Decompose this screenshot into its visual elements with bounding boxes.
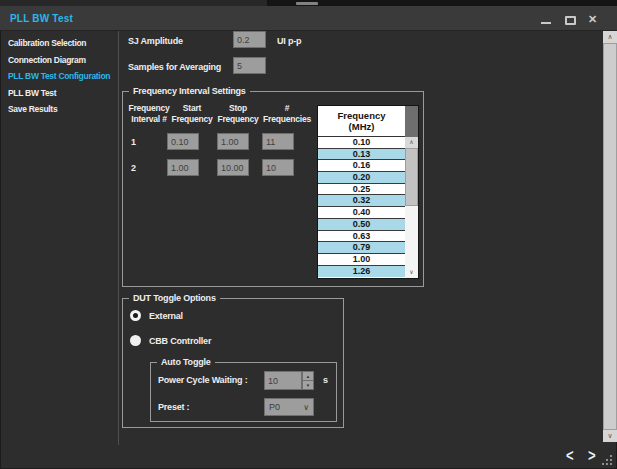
power-cycle-waiting-input[interactable]: 10 xyxy=(264,371,302,390)
samples-for-averaging-label: Samples for Averaging xyxy=(128,62,221,72)
interval-2-index: 2 xyxy=(131,163,136,173)
table-row[interactable]: 0.63 xyxy=(318,231,405,243)
scrollbar-track[interactable] xyxy=(405,206,418,267)
frequency-interval-settings-title: Frequency Interval Settings xyxy=(129,86,250,96)
preset-dropdown[interactable]: P0 ∨ xyxy=(264,398,314,416)
table-row[interactable]: 0.79 xyxy=(318,242,405,254)
sj-amplitude-input[interactable]: 0.2 xyxy=(233,31,266,48)
sidebar-item-connection-diagram[interactable]: Connection Diagram xyxy=(8,55,117,65)
close-button[interactable]: ✕ xyxy=(584,10,602,28)
scroll-down-icon[interactable]: ∨ xyxy=(405,267,418,278)
sidebar-item-pll-bw-test-configuration[interactable]: PLL BW Test Configuration xyxy=(8,71,117,81)
scroll-up-icon[interactable]: ∧ xyxy=(603,31,617,43)
resize-grip[interactable] xyxy=(601,454,614,467)
next-page-button[interactable]: > xyxy=(588,446,596,465)
scrollbar-thumb[interactable] xyxy=(603,43,617,430)
frequency-mhz-table[interactable]: Frequency (MHz) 0.10 0.13 0.16 0.20 0.25… xyxy=(317,105,419,279)
sj-amplitude-unit: UI p-p xyxy=(277,36,301,46)
previous-page-button[interactable]: < xyxy=(566,446,574,465)
power-cycle-waiting-label: Power Cycle Waiting : xyxy=(158,375,247,385)
column-header-start-frequency: Start Frequency xyxy=(167,103,217,125)
power-cycle-waiting-unit: s xyxy=(323,375,328,385)
power-cycle-waiting-stepper[interactable]: ▲ ▼ xyxy=(302,371,314,390)
scroll-down-icon[interactable]: ∨ xyxy=(603,430,617,442)
close-icon: ✕ xyxy=(588,13,597,26)
samples-for-averaging-input[interactable]: 5 xyxy=(233,57,266,74)
interval-1-start-input[interactable]: 0.10 xyxy=(167,133,199,150)
auto-toggle-title: Auto Toggle xyxy=(157,357,215,367)
maximize-button[interactable] xyxy=(561,10,579,28)
scrollbar-header-gap xyxy=(405,106,418,137)
interval-2-start-input[interactable]: 1.00 xyxy=(167,159,199,176)
maximize-icon xyxy=(565,16,576,25)
minimize-button[interactable] xyxy=(537,10,555,28)
sj-amplitude-label: SJ Amplitude xyxy=(128,36,183,46)
frequency-table-header: Frequency (MHz) xyxy=(318,106,405,137)
table-row[interactable]: 0.40 xyxy=(318,207,405,219)
sidebar-item-pll-bw-test[interactable]: PLL BW Test xyxy=(8,88,117,98)
table-row[interactable]: 0.32 xyxy=(318,195,405,207)
preset-dropdown-value: P0 xyxy=(269,402,280,412)
minimize-icon xyxy=(541,22,551,24)
table-row[interactable]: 1.26 xyxy=(318,266,405,278)
preset-label: Preset : xyxy=(158,402,189,412)
dut-toggle-options-title: DUT Toggle Options xyxy=(129,293,220,303)
cbb-controller-radio-label[interactable]: CBB Controller xyxy=(149,336,211,346)
interval-1-count-input[interactable]: 11 xyxy=(262,133,294,150)
main-vertical-scrollbar[interactable]: ∧ ∨ xyxy=(603,31,617,442)
external-radio[interactable] xyxy=(130,310,141,321)
column-header-num-frequencies: # Frequencies xyxy=(259,103,315,125)
frequency-table-cells: Frequency (MHz) 0.10 0.13 0.16 0.20 0.25… xyxy=(318,106,405,278)
spinner-down-icon[interactable]: ▼ xyxy=(302,380,314,390)
interval-2-stop-input[interactable]: 10.00 xyxy=(217,159,249,176)
chevron-down-icon: ∨ xyxy=(303,403,309,412)
sidebar-item-save-results[interactable]: Save Results xyxy=(8,104,117,114)
spinner-up-icon[interactable]: ▲ xyxy=(302,371,314,380)
table-row[interactable]: 1.00 xyxy=(318,254,405,266)
drag-handle-icon[interactable] xyxy=(296,2,318,5)
interval-2-count-input[interactable]: 10 xyxy=(262,159,294,176)
frequency-table-scrollbar[interactable]: ∧ ∨ xyxy=(405,106,418,278)
cbb-controller-radio[interactable] xyxy=(130,335,141,346)
table-row[interactable]: 0.16 xyxy=(318,160,405,172)
table-row[interactable]: 0.20 xyxy=(318,172,405,184)
titlebar[interactable]: PLL BW Test ✕ xyxy=(0,6,617,31)
column-header-stop-frequency: Stop Frequency xyxy=(213,103,263,125)
pll-bw-test-window: PLL BW Test ✕ Calibration Selection Conn… xyxy=(0,0,617,469)
table-row[interactable]: 0.13 xyxy=(318,149,405,161)
table-row[interactable]: 0.10 xyxy=(318,137,405,149)
table-row[interactable]: 0.25 xyxy=(318,184,405,196)
scrollbar-thumb[interactable] xyxy=(405,148,418,206)
interval-1-stop-input[interactable]: 1.00 xyxy=(217,133,249,150)
window-title: PLL BW Test xyxy=(10,13,73,24)
interval-1-index: 1 xyxy=(131,137,136,147)
external-radio-label[interactable]: External xyxy=(149,311,183,321)
sidebar-item-calibration-selection[interactable]: Calibration Selection xyxy=(8,38,117,48)
sidebar-divider xyxy=(118,31,119,445)
table-row[interactable]: 0.50 xyxy=(318,219,405,231)
scroll-up-icon[interactable]: ∧ xyxy=(405,137,418,148)
